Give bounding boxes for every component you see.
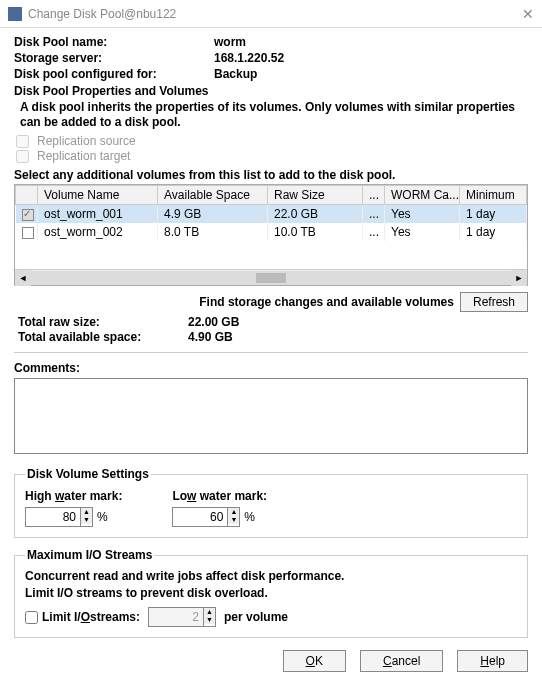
pct-label: % — [97, 510, 108, 524]
cell-raw: 10.0 TB — [268, 223, 363, 241]
volumes-grid[interactable]: Volume Name Available Space Raw Size ...… — [14, 184, 528, 286]
high-water-label: High water mark: — [25, 489, 122, 503]
col-raw-size[interactable]: Raw Size — [268, 186, 363, 205]
cell-raw: 22.0 GB — [268, 205, 363, 224]
spin-down-icon[interactable]: ▼ — [81, 516, 92, 524]
pool-name-label: Disk Pool name: — [14, 34, 214, 50]
pct-label: % — [244, 510, 255, 524]
refresh-text: Find storage changes and available volum… — [14, 295, 460, 309]
io-line1: Concurrent read and write jobs affect di… — [25, 568, 517, 585]
cancel-button[interactable]: Cancel — [360, 650, 443, 672]
table-row[interactable]: ost_worm_002 8.0 TB 10.0 TB ... Yes 1 da… — [16, 223, 527, 241]
props-heading: Disk Pool Properties and Volumes — [14, 84, 528, 98]
spin-down-icon: ▼ — [204, 616, 215, 624]
spin-up-icon: ▲ — [204, 608, 215, 616]
spin-up-icon[interactable]: ▲ — [228, 508, 239, 516]
spin-up-icon[interactable]: ▲ — [81, 508, 92, 516]
config-for-value: Backup — [214, 66, 257, 82]
spin-down-icon[interactable]: ▼ — [228, 516, 239, 524]
row-checkbox[interactable] — [22, 209, 34, 221]
row-checkbox[interactable] — [22, 227, 34, 239]
io-legend: Maximum I/O Streams — [25, 548, 154, 562]
per-volume-label: per volume — [224, 609, 288, 626]
ok-button[interactable]: OK — [283, 650, 346, 672]
refresh-button[interactable]: Refresh — [460, 292, 528, 312]
app-icon — [8, 7, 22, 21]
col-minimum[interactable]: Minimum — [460, 186, 527, 205]
comments-label: Comments: — [14, 361, 528, 375]
config-for-label: Disk pool configured for: — [14, 66, 214, 82]
cell-ell: ... — [363, 223, 385, 241]
low-water-label: Low water mark: — [172, 489, 267, 503]
cell-name: ost_worm_002 — [38, 223, 158, 241]
col-ellipsis[interactable]: ... — [363, 186, 385, 205]
total-raw-value: 22.00 GB — [188, 315, 239, 329]
io-line2: Limit I/O streams to prevent disk overlo… — [25, 585, 517, 602]
comments-input[interactable] — [14, 378, 528, 454]
cell-worm: Yes — [385, 205, 460, 224]
cell-worm: Yes — [385, 223, 460, 241]
col-worm-capable[interactable]: WORM Ca... — [385, 186, 460, 205]
props-description: A disk pool inherits the properties of i… — [20, 100, 528, 130]
total-avail-value: 4.90 GB — [188, 330, 233, 344]
window-title: Change Disk Pool@nbu122 — [28, 7, 176, 21]
cell-ell: ... — [363, 205, 385, 224]
help-button[interactable]: Help — [457, 650, 528, 672]
scroll-right-icon[interactable]: ► — [511, 270, 527, 286]
cell-min: 1 day — [460, 205, 527, 224]
dvs-legend: Disk Volume Settings — [25, 467, 151, 481]
horizontal-scrollbar[interactable]: ◄ ► — [15, 269, 527, 285]
replication-target-checkbox — [16, 150, 29, 163]
scroll-left-icon[interactable]: ◄ — [15, 270, 31, 286]
cell-name: ost_worm_001 — [38, 205, 158, 224]
replication-target-label: Replication target — [37, 149, 130, 163]
table-row[interactable]: ost_worm_001 4.9 GB 22.0 GB ... Yes 1 da… — [16, 205, 527, 224]
total-avail-label: Total available space: — [18, 330, 188, 344]
high-water-input[interactable] — [26, 508, 80, 526]
low-water-input[interactable] — [173, 508, 227, 526]
disk-volume-settings: Disk Volume Settings High water mark: ▲▼… — [14, 467, 528, 538]
col-available-space[interactable]: Available Space — [158, 186, 268, 205]
limit-io-checkbox[interactable] — [25, 611, 38, 624]
titlebar: Change Disk Pool@nbu122 ✕ — [0, 0, 542, 28]
replication-source-checkbox — [16, 135, 29, 148]
close-icon[interactable]: ✕ — [522, 6, 534, 22]
storage-server-value: 168.1.220.52 — [214, 50, 284, 66]
storage-server-label: Storage server: — [14, 50, 214, 66]
cell-avail: 4.9 GB — [158, 205, 268, 224]
cell-avail: 8.0 TB — [158, 223, 268, 241]
total-raw-label: Total raw size: — [18, 315, 188, 329]
limit-io-input — [149, 608, 203, 626]
col-volume-name[interactable]: Volume Name — [38, 186, 158, 205]
pool-name-value: worm — [214, 34, 246, 50]
limit-io-checkbox-label[interactable]: Limit I/O streams: — [25, 610, 140, 624]
cell-min: 1 day — [460, 223, 527, 241]
max-io-streams: Maximum I/O Streams Concurrent read and … — [14, 548, 528, 638]
replication-source-label: Replication source — [37, 134, 136, 148]
select-volumes-label: Select any additional volumes from this … — [14, 168, 528, 182]
